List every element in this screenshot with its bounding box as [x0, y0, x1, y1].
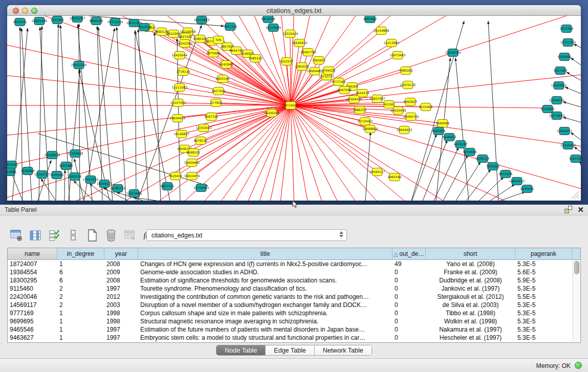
graph-node[interactable]: 12093852	[551, 82, 567, 90]
graph-node[interactable]: 2718126	[177, 68, 190, 76]
deselect-all-icon[interactable]	[66, 228, 80, 243]
graph-node[interactable]: 19166827	[174, 130, 190, 138]
network-graph[interactable]: 1872400716154808122139871097349374850631…	[7, 16, 581, 201]
graph-node[interactable]: 7986372	[353, 106, 367, 114]
column-header-name[interactable]: name	[8, 248, 57, 259]
graph-node[interactable]: 17359928	[68, 150, 83, 158]
graph-node[interactable]: 1112304	[560, 25, 574, 33]
table-row[interactable]: 1456911722003Disruption of a novel membe…	[8, 301, 580, 309]
graph-node[interactable]: 2935114	[476, 155, 490, 163]
graph-node[interactable]: 62160	[384, 101, 394, 108]
graph-node[interactable]: 1640954	[432, 127, 446, 135]
graph-node[interactable]: 10654112	[509, 178, 525, 185]
graph-node[interactable]: 9242848	[220, 61, 233, 69]
network-window-titlebar[interactable]: citations_edges.txt	[7, 5, 581, 16]
select-all-icon[interactable]	[47, 228, 61, 243]
graph-node[interactable]: 2803144	[216, 75, 230, 83]
graph-node[interactable]: 8215955	[541, 105, 555, 113]
graph-node[interactable]: 10719134	[107, 18, 123, 26]
graph-node[interactable]: 2887682	[363, 16, 377, 23]
graph-node[interactable]: 13325419	[282, 30, 298, 38]
graph-node[interactable]: 12975135	[400, 81, 416, 89]
graph-node[interactable]: 8466160	[90, 17, 103, 25]
table-row[interactable]: 1830029562008Estimation of significance …	[8, 276, 580, 285]
graph-node[interactable]: 9463627	[404, 98, 418, 106]
graph-node[interactable]: 20053346	[71, 61, 87, 69]
close-panel-icon[interactable]: ✕	[577, 206, 584, 213]
create-table-icon[interactable]	[85, 228, 99, 243]
graph-node[interactable]: 9875685	[207, 50, 221, 57]
column-header-outde[interactable]: △out_de…	[393, 248, 426, 259]
graph-node[interactable]: 2585520	[249, 55, 263, 62]
graph-node[interactable]: 16033803	[194, 16, 210, 24]
tab-edge-table[interactable]: Edge Table	[266, 345, 314, 355]
import-table-icon[interactable]	[123, 228, 137, 243]
memory-status-indicator[interactable]	[575, 362, 582, 369]
graph-node[interactable]: 8471676	[499, 170, 513, 178]
graph-node[interactable]: 9115460	[419, 103, 433, 111]
graph-node[interactable]: 1350561	[7, 161, 18, 169]
graph-node[interactable]: 6794028	[322, 67, 336, 75]
table-row[interactable]: 1938455462009Genome-wide association stu…	[8, 268, 580, 276]
network-canvas[interactable]: 1872400716154808122139871097349374850631…	[7, 16, 581, 201]
graph-node[interactable]: 19654915	[170, 115, 186, 122]
graph-node[interactable]: 9465546	[388, 173, 402, 181]
table-row[interactable]: 946362711997Embryonic stem cells: a mode…	[8, 334, 580, 342]
graph-node[interactable]: 16640910	[292, 39, 308, 47]
graph-node[interactable]: 9097588	[59, 162, 73, 170]
graph-node[interactable]: 18495764	[403, 113, 419, 121]
column-header-indegree[interactable]: in_degree	[57, 248, 104, 259]
graph-node[interactable]: 14569117	[369, 168, 385, 176]
delete-table-icon[interactable]	[104, 228, 118, 243]
float-panel-icon[interactable]	[564, 206, 572, 213]
graph-node[interactable]: 546	[213, 36, 224, 44]
graph-node[interactable]: 10655287	[70, 16, 85, 23]
graph-node[interactable]: 1145193	[50, 171, 64, 179]
graph-node[interactable]: 10807487	[369, 95, 385, 103]
graph-node[interactable]: 16648784	[445, 49, 461, 57]
graph-node[interactable]: 7955812	[312, 57, 326, 64]
graph-node[interactable]: 12213987	[384, 39, 400, 47]
table-row[interactable]: 2242004622012Investigating the contribut…	[8, 293, 580, 301]
graph-node[interactable]: 9227343	[554, 67, 568, 75]
column-header-short[interactable]: short	[426, 248, 515, 259]
graph-node[interactable]: 15751074	[560, 39, 576, 47]
column-header-title[interactable]: title	[138, 248, 393, 259]
graph-node[interactable]: 17016504	[560, 142, 576, 149]
graph-node[interactable]: 7485063	[399, 67, 413, 75]
graph-node[interactable]: 7632621	[486, 163, 500, 170]
show-columns-icon[interactable]	[28, 228, 42, 243]
table-row[interactable]: 946554611997Estimation of the future num…	[8, 325, 580, 334]
graph-node[interactable]: 8267150	[205, 113, 219, 121]
table-row[interactable]: 911546021997Tourette syndrome. Phenomeno…	[8, 285, 580, 293]
graph-node[interactable]: 9329966	[558, 53, 572, 61]
table-selector-dropdown[interactable]: citations_edges.txt	[146, 229, 347, 241]
resize-grip[interactable]	[569, 188, 580, 200]
column-header-pagerank[interactable]: pagerank	[515, 248, 572, 259]
scrollbar-thumb[interactable]	[574, 261, 579, 274]
graph-node[interactable]: 12444151	[549, 97, 565, 104]
graph-node[interactable]: 15218586	[266, 24, 281, 32]
graph-node[interactable]: 317006	[210, 99, 222, 107]
graph-node[interactable]: 9474444	[463, 148, 477, 156]
graph-node[interactable]: 9699695	[436, 120, 450, 127]
graph-node[interactable]: 15692971	[557, 127, 573, 135]
graph-node[interactable]: 9857721	[161, 183, 175, 190]
graph-node[interactable]: 15716485	[193, 184, 209, 192]
graph-node[interactable]: 6479197	[454, 141, 468, 148]
graph-node[interactable]: 15720407	[357, 118, 373, 125]
graph-node[interactable]: 20891406	[32, 17, 48, 25]
tab-network-table[interactable]: Network Table	[315, 345, 372, 355]
graph-node[interactable]: 12213383	[172, 84, 188, 92]
graph-node[interactable]: 10688809	[362, 125, 378, 133]
graph-node[interactable]: 16154808	[374, 27, 389, 35]
graph-node[interactable]: 8427552	[212, 87, 226, 95]
graph-node[interactable]: 1167533	[569, 155, 581, 163]
graph-node[interactable]: 9245652	[520, 185, 534, 193]
graph-node[interactable]: 6497568	[338, 86, 352, 94]
graph-node[interactable]: 8678132	[194, 137, 208, 145]
table-vertical-scrollbar[interactable]	[573, 260, 580, 342]
table-row[interactable]: 1872400712008Changes of HCN gene express…	[8, 260, 580, 268]
graph-node[interactable]: 1350515	[68, 173, 82, 181]
column-header-year[interactable]: year	[104, 248, 138, 259]
